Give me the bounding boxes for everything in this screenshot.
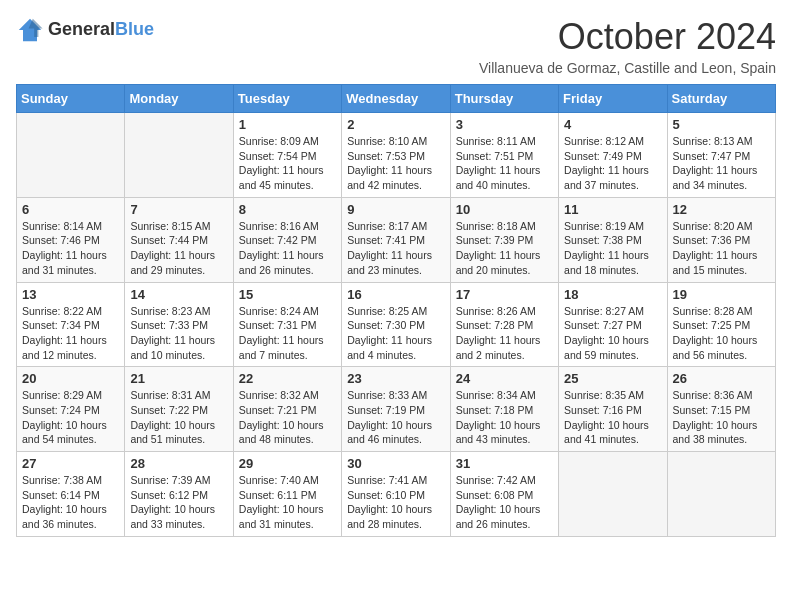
day-number: 19 — [673, 287, 770, 302]
calendar-day-cell: 9Sunrise: 8:17 AM Sunset: 7:41 PM Daylig… — [342, 197, 450, 282]
day-number: 6 — [22, 202, 119, 217]
day-info: Sunrise: 8:27 AM Sunset: 7:27 PM Dayligh… — [564, 304, 661, 363]
calendar-day-cell: 10Sunrise: 8:18 AM Sunset: 7:39 PM Dayli… — [450, 197, 558, 282]
day-info: Sunrise: 7:39 AM Sunset: 6:12 PM Dayligh… — [130, 473, 227, 532]
calendar-day-cell: 3Sunrise: 8:11 AM Sunset: 7:51 PM Daylig… — [450, 113, 558, 198]
day-info: Sunrise: 8:12 AM Sunset: 7:49 PM Dayligh… — [564, 134, 661, 193]
calendar-day-cell: 27Sunrise: 7:38 AM Sunset: 6:14 PM Dayli… — [17, 452, 125, 537]
day-info: Sunrise: 8:10 AM Sunset: 7:53 PM Dayligh… — [347, 134, 444, 193]
calendar-day-cell: 14Sunrise: 8:23 AM Sunset: 7:33 PM Dayli… — [125, 282, 233, 367]
calendar-day-cell: 2Sunrise: 8:10 AM Sunset: 7:53 PM Daylig… — [342, 113, 450, 198]
calendar-body: 1Sunrise: 8:09 AM Sunset: 7:54 PM Daylig… — [17, 113, 776, 537]
day-info: Sunrise: 8:11 AM Sunset: 7:51 PM Dayligh… — [456, 134, 553, 193]
logo: GeneralBlue — [16, 16, 154, 44]
day-info: Sunrise: 8:18 AM Sunset: 7:39 PM Dayligh… — [456, 219, 553, 278]
logo-icon — [16, 16, 44, 44]
day-number: 1 — [239, 117, 336, 132]
calendar-day-cell: 21Sunrise: 8:31 AM Sunset: 7:22 PM Dayli… — [125, 367, 233, 452]
day-info: Sunrise: 8:17 AM Sunset: 7:41 PM Dayligh… — [347, 219, 444, 278]
calendar-day-cell: 28Sunrise: 7:39 AM Sunset: 6:12 PM Dayli… — [125, 452, 233, 537]
day-info: Sunrise: 8:20 AM Sunset: 7:36 PM Dayligh… — [673, 219, 770, 278]
title-section: October 2024 Villanueva de Gormaz, Casti… — [479, 16, 776, 76]
day-info: Sunrise: 7:40 AM Sunset: 6:11 PM Dayligh… — [239, 473, 336, 532]
day-info: Sunrise: 7:42 AM Sunset: 6:08 PM Dayligh… — [456, 473, 553, 532]
calendar-day-cell — [667, 452, 775, 537]
day-number: 24 — [456, 371, 553, 386]
day-info: Sunrise: 8:31 AM Sunset: 7:22 PM Dayligh… — [130, 388, 227, 447]
calendar-header-cell: Wednesday — [342, 85, 450, 113]
calendar-day-cell: 16Sunrise: 8:25 AM Sunset: 7:30 PM Dayli… — [342, 282, 450, 367]
day-number: 3 — [456, 117, 553, 132]
calendar-day-cell: 12Sunrise: 8:20 AM Sunset: 7:36 PM Dayli… — [667, 197, 775, 282]
day-info: Sunrise: 8:13 AM Sunset: 7:47 PM Dayligh… — [673, 134, 770, 193]
calendar-header-cell: Friday — [559, 85, 667, 113]
day-number: 9 — [347, 202, 444, 217]
calendar-week-row: 13Sunrise: 8:22 AM Sunset: 7:34 PM Dayli… — [17, 282, 776, 367]
day-number: 16 — [347, 287, 444, 302]
day-info: Sunrise: 8:36 AM Sunset: 7:15 PM Dayligh… — [673, 388, 770, 447]
day-info: Sunrise: 8:33 AM Sunset: 7:19 PM Dayligh… — [347, 388, 444, 447]
calendar-header-cell: Saturday — [667, 85, 775, 113]
calendar-day-cell: 31Sunrise: 7:42 AM Sunset: 6:08 PM Dayli… — [450, 452, 558, 537]
calendar-day-cell: 25Sunrise: 8:35 AM Sunset: 7:16 PM Dayli… — [559, 367, 667, 452]
day-number: 11 — [564, 202, 661, 217]
day-info: Sunrise: 8:28 AM Sunset: 7:25 PM Dayligh… — [673, 304, 770, 363]
calendar-day-cell: 20Sunrise: 8:29 AM Sunset: 7:24 PM Dayli… — [17, 367, 125, 452]
day-number: 18 — [564, 287, 661, 302]
day-info: Sunrise: 8:24 AM Sunset: 7:31 PM Dayligh… — [239, 304, 336, 363]
calendar-day-cell: 26Sunrise: 8:36 AM Sunset: 7:15 PM Dayli… — [667, 367, 775, 452]
day-number: 20 — [22, 371, 119, 386]
page-header: GeneralBlue October 2024 Villanueva de G… — [16, 16, 776, 76]
calendar-header-cell: Sunday — [17, 85, 125, 113]
calendar-day-cell: 24Sunrise: 8:34 AM Sunset: 7:18 PM Dayli… — [450, 367, 558, 452]
day-info: Sunrise: 8:35 AM Sunset: 7:16 PM Dayligh… — [564, 388, 661, 447]
day-number: 10 — [456, 202, 553, 217]
day-number: 23 — [347, 371, 444, 386]
day-info: Sunrise: 7:38 AM Sunset: 6:14 PM Dayligh… — [22, 473, 119, 532]
calendar-day-cell: 15Sunrise: 8:24 AM Sunset: 7:31 PM Dayli… — [233, 282, 341, 367]
day-number: 8 — [239, 202, 336, 217]
calendar-day-cell: 6Sunrise: 8:14 AM Sunset: 7:46 PM Daylig… — [17, 197, 125, 282]
day-number: 15 — [239, 287, 336, 302]
calendar-day-cell: 4Sunrise: 8:12 AM Sunset: 7:49 PM Daylig… — [559, 113, 667, 198]
day-number: 31 — [456, 456, 553, 471]
day-number: 13 — [22, 287, 119, 302]
calendar-week-row: 27Sunrise: 7:38 AM Sunset: 6:14 PM Dayli… — [17, 452, 776, 537]
calendar-day-cell: 5Sunrise: 8:13 AM Sunset: 7:47 PM Daylig… — [667, 113, 775, 198]
day-info: Sunrise: 8:15 AM Sunset: 7:44 PM Dayligh… — [130, 219, 227, 278]
month-title: October 2024 — [479, 16, 776, 58]
logo-text: GeneralBlue — [48, 20, 154, 40]
day-info: Sunrise: 8:25 AM Sunset: 7:30 PM Dayligh… — [347, 304, 444, 363]
day-info: Sunrise: 8:22 AM Sunset: 7:34 PM Dayligh… — [22, 304, 119, 363]
day-number: 2 — [347, 117, 444, 132]
day-number: 17 — [456, 287, 553, 302]
calendar-day-cell: 7Sunrise: 8:15 AM Sunset: 7:44 PM Daylig… — [125, 197, 233, 282]
calendar-day-cell: 13Sunrise: 8:22 AM Sunset: 7:34 PM Dayli… — [17, 282, 125, 367]
calendar-day-cell: 11Sunrise: 8:19 AM Sunset: 7:38 PM Dayli… — [559, 197, 667, 282]
day-info: Sunrise: 8:34 AM Sunset: 7:18 PM Dayligh… — [456, 388, 553, 447]
day-number: 7 — [130, 202, 227, 217]
day-number: 22 — [239, 371, 336, 386]
day-info: Sunrise: 8:26 AM Sunset: 7:28 PM Dayligh… — [456, 304, 553, 363]
day-info: Sunrise: 7:41 AM Sunset: 6:10 PM Dayligh… — [347, 473, 444, 532]
calendar-day-cell: 8Sunrise: 8:16 AM Sunset: 7:42 PM Daylig… — [233, 197, 341, 282]
day-info: Sunrise: 8:29 AM Sunset: 7:24 PM Dayligh… — [22, 388, 119, 447]
calendar-header-row: SundayMondayTuesdayWednesdayThursdayFrid… — [17, 85, 776, 113]
day-info: Sunrise: 8:32 AM Sunset: 7:21 PM Dayligh… — [239, 388, 336, 447]
calendar-day-cell: 29Sunrise: 7:40 AM Sunset: 6:11 PM Dayli… — [233, 452, 341, 537]
calendar-day-cell — [125, 113, 233, 198]
day-info: Sunrise: 8:14 AM Sunset: 7:46 PM Dayligh… — [22, 219, 119, 278]
calendar-header-cell: Thursday — [450, 85, 558, 113]
day-info: Sunrise: 8:23 AM Sunset: 7:33 PM Dayligh… — [130, 304, 227, 363]
calendar-header-cell: Monday — [125, 85, 233, 113]
day-number: 26 — [673, 371, 770, 386]
calendar-day-cell: 30Sunrise: 7:41 AM Sunset: 6:10 PM Dayli… — [342, 452, 450, 537]
calendar-week-row: 20Sunrise: 8:29 AM Sunset: 7:24 PM Dayli… — [17, 367, 776, 452]
calendar-header-cell: Tuesday — [233, 85, 341, 113]
day-number: 29 — [239, 456, 336, 471]
calendar-day-cell: 22Sunrise: 8:32 AM Sunset: 7:21 PM Dayli… — [233, 367, 341, 452]
day-number: 27 — [22, 456, 119, 471]
day-info: Sunrise: 8:19 AM Sunset: 7:38 PM Dayligh… — [564, 219, 661, 278]
calendar-day-cell: 23Sunrise: 8:33 AM Sunset: 7:19 PM Dayli… — [342, 367, 450, 452]
day-number: 12 — [673, 202, 770, 217]
